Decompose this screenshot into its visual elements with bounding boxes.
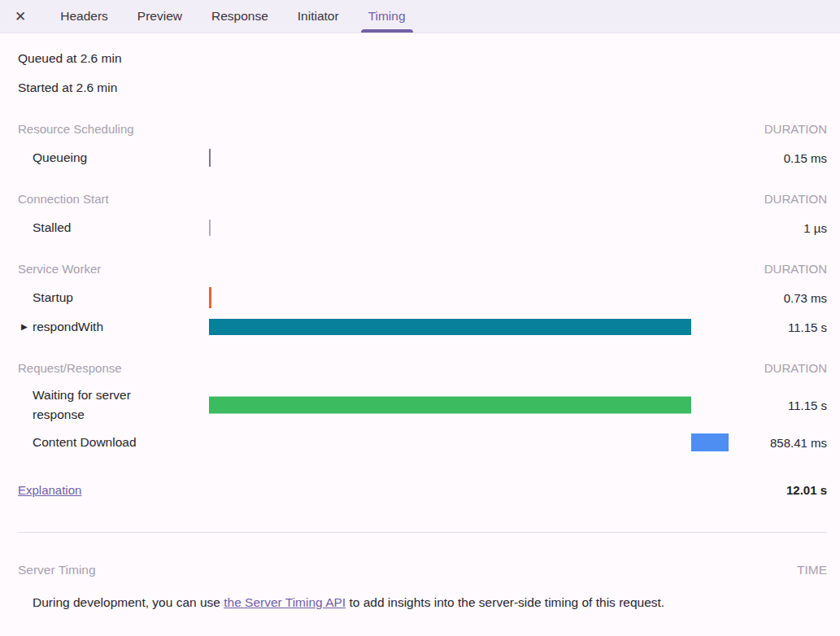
timeline-track [209, 382, 729, 428]
timing-row-value: 1 µs [729, 221, 840, 235]
disclosure-triangle-icon[interactable]: ▶ [21, 317, 28, 337]
timeline-track [209, 213, 729, 242]
section-title: Resource Scheduling [0, 122, 209, 136]
timing-panel: Queued at 2.6 min Started at 2.6 min Res… [0, 33, 840, 612]
tab-label: Response [211, 9, 268, 24]
started-at-text: Started at 2.6 min [0, 73, 840, 102]
timeline-track [209, 143, 729, 172]
tab-list: HeadersPreviewResponseInitiatorTiming [46, 0, 420, 33]
duration-column-header: DURATION [729, 262, 840, 276]
timing-row-label: Queueing [0, 148, 209, 168]
timing-bar-content-download [691, 433, 729, 451]
timing-row-label: Content Download [0, 433, 209, 452]
queued-at-text: Queued at 2.6 min [0, 44, 840, 73]
timing-row-respondwith: ▶respondWith11.15 s [0, 312, 840, 342]
section-header-service-worker: Service WorkerDURATION [0, 254, 840, 283]
tab-response[interactable]: Response [198, 0, 281, 33]
tab-bar: ✕ HeadersPreviewResponseInitiatorTiming [0, 0, 840, 33]
duration-column-header: DURATION [729, 361, 840, 375]
label-text: Startup [33, 290, 73, 304]
label-text: Queueing [33, 150, 87, 164]
timing-bar-queueing [209, 149, 211, 167]
timing-table: Resource SchedulingDURATIONQueueing0.15 … [0, 114, 840, 457]
timing-row-queueing: Queueing0.15 ms [0, 143, 840, 172]
timing-row-waiting-for-server-response: Waiting for server response11.15 s [0, 382, 840, 428]
tab-headers[interactable]: Headers [47, 0, 121, 33]
tab-timing[interactable]: Timing [355, 0, 419, 33]
timing-row-value: 11.15 s [729, 320, 840, 334]
timeline-track [209, 283, 729, 312]
section-header-connection-start: Connection StartDURATION [0, 184, 840, 213]
tab-label: Initiator [298, 9, 339, 24]
label-text: respondWith [33, 320, 103, 333]
timing-row-startup: Startup0.73 ms [0, 283, 840, 312]
section-title: Service Worker [0, 262, 209, 276]
tab-label: Timing [368, 9, 406, 24]
tab-label: Headers [60, 9, 108, 24]
timing-row-value: 11.15 s [729, 399, 840, 412]
timing-row-value: 0.15 ms [729, 151, 840, 165]
tab-label: Preview [137, 9, 182, 24]
timing-row-content-download: Content Download858.41 ms [0, 428, 840, 457]
time-column-header: TIME [96, 563, 827, 577]
timing-row-label: Startup [0, 288, 209, 307]
timing-row-stalled: Stalled1 µs [0, 213, 840, 242]
section-title: Connection Start [0, 192, 209, 206]
timing-row-value: 0.73 ms [729, 291, 840, 305]
server-timing-title: Server Timing [18, 563, 96, 577]
timing-bar-respondwith [209, 319, 691, 335]
duration-column-header: DURATION [729, 192, 840, 206]
label-text: Stalled [33, 220, 71, 234]
timing-row-label: Waiting for server response [0, 386, 209, 425]
tab-initiator[interactable]: Initiator [285, 0, 352, 33]
explanation-row: Explanation 12.01 s [0, 475, 840, 504]
server-timing-description: During development, you can use the Serv… [33, 593, 827, 612]
section-divider [18, 532, 827, 533]
description-suffix: to add insights into the server-side tim… [346, 595, 664, 609]
explanation-link[interactable]: Explanation [18, 483, 81, 497]
active-tab-underline [361, 29, 413, 33]
timeline-track [209, 428, 729, 457]
server-timing-header: Server Timing TIME [0, 555, 840, 585]
timing-row-label: ▶respondWith [0, 317, 209, 337]
server-timing-api-link[interactable]: the Server Timing API [224, 595, 346, 609]
section-header-resource-scheduling: Resource SchedulingDURATION [0, 114, 840, 143]
timing-row-value: 858.41 ms [729, 436, 840, 450]
section-title: Request/Response [0, 361, 209, 375]
close-icon[interactable]: ✕ [15, 10, 26, 24]
tab-preview[interactable]: Preview [124, 0, 195, 33]
section-header-request-response: Request/ResponseDURATION [0, 353, 840, 382]
description-prefix: During development, you can use [33, 595, 224, 609]
label-text: Content Download [33, 435, 137, 449]
timing-bar-stalled [209, 220, 211, 236]
label-text: Waiting for server response [33, 388, 131, 421]
timeline-track [209, 312, 729, 342]
timing-bar-waiting-for-server-response [209, 397, 691, 414]
timing-row-label: Stalled [0, 218, 209, 237]
total-duration: 12.01 s [81, 483, 827, 497]
timing-bar-startup [209, 287, 211, 308]
duration-column-header: DURATION [729, 122, 840, 136]
